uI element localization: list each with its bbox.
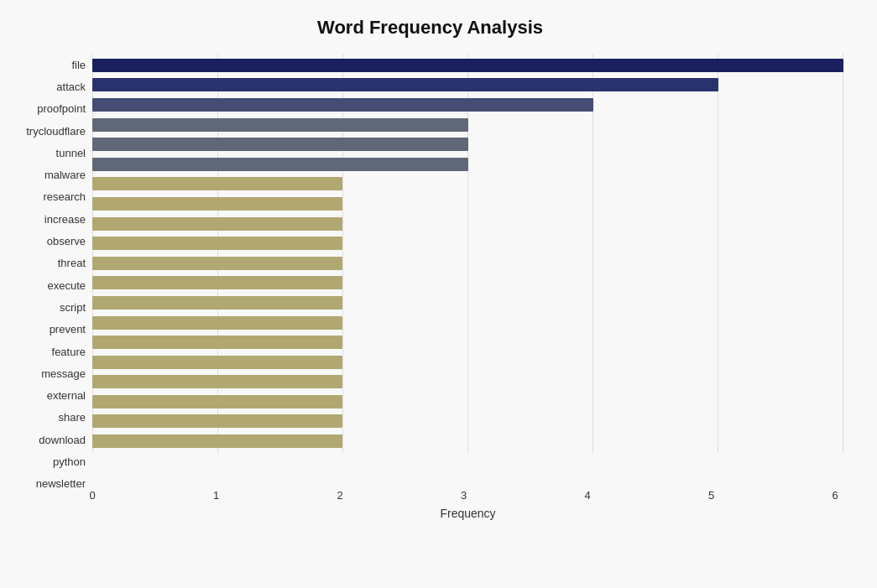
bar-row (92, 115, 843, 135)
x-tick-label: 1 (208, 489, 225, 502)
y-label: prevent (17, 324, 86, 335)
bar-row (92, 214, 843, 234)
y-label: newsletter (17, 478, 86, 489)
x-tick-label: 6 (827, 489, 843, 502)
bar (92, 217, 342, 231)
y-label: proofpoint (17, 103, 86, 114)
bar-row (92, 134, 843, 154)
y-label: execute (17, 280, 86, 291)
bar (92, 296, 342, 310)
bar (92, 237, 342, 250)
bar-row (92, 431, 843, 451)
y-label: observe (17, 236, 86, 247)
bar (92, 276, 342, 289)
bar (92, 434, 342, 448)
bar (92, 395, 342, 408)
y-label: external (17, 390, 86, 401)
bar (92, 59, 843, 72)
y-label: share (17, 412, 86, 423)
y-label: message (17, 368, 86, 379)
y-label: script (17, 302, 86, 313)
bar-row (92, 174, 843, 195)
bar-row (92, 253, 843, 273)
bar-row (92, 95, 843, 115)
y-label: malware (17, 169, 86, 180)
x-axis-title: Frequency (92, 507, 843, 520)
chart-area: fileattackproofpointtrycloudflaretunnelm… (17, 54, 843, 520)
bar-row (92, 273, 843, 294)
bar (92, 158, 468, 171)
bar-row (92, 352, 843, 372)
y-label: tunnel (17, 148, 86, 159)
bar (92, 197, 342, 211)
bar (92, 356, 342, 369)
bar-row (92, 154, 843, 174)
y-label: feature (17, 346, 86, 357)
y-label: trycloudflare (17, 126, 86, 137)
bars-and-grid: 0123456 Frequency (92, 54, 843, 520)
bar (92, 138, 468, 151)
bar-row (92, 75, 843, 96)
bar (92, 78, 718, 91)
y-label: download (17, 434, 86, 445)
y-label: threat (17, 258, 86, 268)
x-tick-label: 2 (331, 489, 348, 502)
bar-row (92, 194, 843, 214)
y-label: attack (17, 81, 86, 92)
bar (92, 316, 342, 330)
chart-container: Word Frequency Analysis fileattackproofp… (0, 0, 877, 588)
bar (92, 257, 342, 270)
bar (92, 375, 342, 388)
bars-wrapper (92, 54, 843, 453)
x-tick-label: 3 (456, 489, 472, 502)
bar-row (92, 372, 843, 393)
x-axis-labels: 0123456 (92, 478, 843, 503)
y-axis-labels: fileattackproofpointtrycloudflaretunnelm… (17, 54, 92, 520)
bar-row (92, 313, 843, 333)
bar-row (92, 55, 843, 75)
y-label: increase (17, 214, 86, 225)
bar (92, 177, 342, 190)
bar-row (92, 392, 843, 412)
y-label: file (17, 60, 86, 70)
chart-title: Word Frequency Analysis (17, 17, 843, 39)
x-tick-label: 0 (84, 489, 101, 502)
bar-row (92, 293, 843, 313)
y-label: python (17, 456, 86, 467)
x-tick-label: 4 (579, 489, 596, 502)
bar-row (92, 412, 843, 432)
bar (92, 98, 593, 112)
bar-row (92, 233, 843, 253)
y-label: research (17, 191, 86, 202)
bar (92, 336, 342, 349)
bar (92, 118, 468, 132)
x-tick-label: 5 (703, 489, 720, 502)
bar-row (92, 332, 843, 352)
bar (92, 414, 342, 428)
grid-and-bars (92, 54, 843, 478)
